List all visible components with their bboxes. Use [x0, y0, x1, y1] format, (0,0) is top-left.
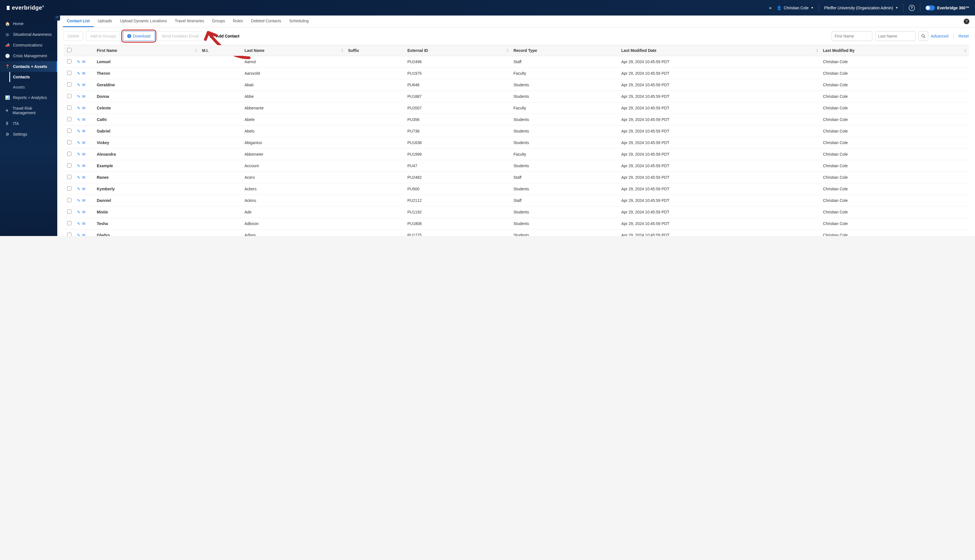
edit-icon[interactable]: ✎ [77, 222, 80, 226]
row-checkbox[interactable] [67, 59, 72, 63]
sidebar-collapse-button[interactable]: « [55, 15, 60, 21]
brand-logo[interactable]: everbridge® [6, 5, 44, 11]
edit-icon[interactable]: ✎ [77, 106, 80, 110]
mail-icon[interactable]: ✉ [82, 106, 85, 110]
row-checkbox[interactable] [67, 163, 72, 167]
row-checkbox[interactable] [67, 82, 72, 87]
cell-first-name[interactable]: Mistie [95, 207, 200, 218]
mail-icon[interactable]: ✉ [82, 175, 85, 180]
row-checkbox[interactable] [67, 221, 72, 225]
column-header-last-name[interactable]: Last Name▲▼ [242, 45, 346, 56]
tab-contact-list[interactable]: Contact List [63, 15, 93, 27]
sidebar-item-communications[interactable]: 📣Communications [0, 40, 57, 50]
sidebar-item-ita[interactable]: 🎚ITA [0, 118, 57, 129]
row-checkbox[interactable] [67, 128, 72, 133]
cell-first-name[interactable]: Gladys [95, 230, 200, 236]
mail-icon[interactable]: ✉ [82, 187, 85, 191]
cell-first-name[interactable]: Ranee [95, 172, 200, 183]
edit-icon[interactable]: ✎ [77, 83, 80, 87]
cell-first-name[interactable]: Vickey [95, 137, 200, 148]
column-header-external-id[interactable]: External ID▲▼ [405, 45, 511, 56]
reset-link[interactable]: Reset [958, 34, 969, 38]
sidebar-item-situational-awareness[interactable]: ◎Situational Awareness [0, 29, 57, 40]
sidebar-item-settings[interactable]: ⚙Settings [0, 129, 57, 140]
edit-icon[interactable]: ✎ [77, 187, 80, 191]
help-icon[interactable]: ? [964, 18, 969, 24]
cell-first-name[interactable]: Geraldine [95, 79, 200, 91]
download-button[interactable]: i Download [123, 31, 155, 41]
edit-icon[interactable]: ✎ [77, 60, 80, 64]
row-checkbox[interactable] [67, 140, 72, 144]
add-to-groups-button[interactable]: Add to Groups [86, 31, 120, 41]
sidebar-subitem-contacts[interactable]: Contacts [9, 72, 57, 82]
mail-icon[interactable]: ✉ [82, 60, 85, 64]
expand-icon[interactable]: » [769, 5, 771, 10]
org-menu[interactable]: Pfeiffer University (Organization Admin)… [824, 6, 898, 10]
mail-icon[interactable]: ✉ [82, 233, 85, 236]
tab-rules[interactable]: Rules [229, 15, 247, 27]
cell-first-name[interactable]: Cathi [95, 114, 200, 125]
row-checkbox[interactable] [67, 71, 72, 75]
sidebar-item-travel-risk-management[interactable]: ✈Travel Risk Management [0, 103, 57, 118]
mail-icon[interactable]: ✉ [82, 210, 85, 214]
cell-first-name[interactable]: Alexandra [95, 148, 200, 160]
column-header-last-modified-by[interactable]: Last Modified By▲▼ [821, 45, 969, 56]
edit-icon[interactable]: ✎ [77, 233, 80, 236]
tab-deleted-contacts[interactable]: Deleted Contacts [247, 15, 285, 27]
add-contact-button[interactable]: + Add Contact [206, 31, 244, 41]
edit-icon[interactable]: ✎ [77, 129, 80, 133]
column-header-last-modified-date[interactable]: Last Modified Date▲▼ [619, 45, 821, 56]
tab-travel-itineraries[interactable]: Travel Itineraries [171, 15, 208, 27]
cell-first-name[interactable]: Danniel [95, 195, 200, 207]
cell-first-name[interactable]: Lemuel [95, 56, 200, 68]
select-all-checkbox[interactable] [67, 48, 72, 52]
mail-icon[interactable]: ✉ [82, 140, 85, 145]
mail-icon[interactable]: ✉ [82, 94, 85, 99]
first-name-search-input[interactable] [832, 31, 872, 41]
tab-uploads[interactable]: Uploads [93, 15, 116, 27]
edit-icon[interactable]: ✎ [77, 152, 80, 157]
search-button[interactable] [918, 31, 928, 41]
cell-first-name[interactable]: Gabriel [95, 125, 200, 137]
cell-first-name[interactable]: Example [95, 160, 200, 172]
edit-icon[interactable]: ✎ [77, 163, 80, 168]
send-invitation-button[interactable]: Send Invitation Email [157, 31, 203, 41]
row-checkbox[interactable] [67, 152, 72, 156]
last-name-search-input[interactable] [875, 31, 916, 41]
edit-icon[interactable]: ✎ [77, 94, 80, 99]
row-checkbox[interactable] [67, 94, 72, 98]
sidebar-item-reports-analytics[interactable]: 📊Reports + Analytics [0, 92, 57, 103]
edit-icon[interactable]: ✎ [77, 210, 80, 214]
tab-upload-dynamic-locations[interactable]: Upload Dynamic Locations [116, 15, 171, 27]
sidebar-subitem-assets[interactable]: Assets [13, 82, 57, 92]
sidebar-item-crisis-management[interactable]: 🕒Crisis Management [0, 50, 57, 61]
mail-icon[interactable]: ✉ [82, 198, 85, 203]
mail-icon[interactable]: ✉ [82, 163, 85, 168]
help-icon[interactable]: ? [909, 5, 915, 11]
row-checkbox[interactable] [67, 198, 72, 202]
row-checkbox[interactable] [67, 105, 72, 110]
cell-first-name[interactable]: Kymberly [95, 183, 200, 195]
mail-icon[interactable]: ✉ [82, 129, 85, 133]
tab-scheduling[interactable]: Scheduling [285, 15, 312, 27]
mail-icon[interactable]: ✉ [82, 117, 85, 122]
column-header-first-name[interactable]: First Name▲▼ [95, 45, 200, 56]
row-checkbox[interactable] [67, 187, 72, 191]
edit-icon[interactable]: ✎ [77, 175, 80, 180]
mail-icon[interactable]: ✉ [82, 222, 85, 226]
user-menu[interactable]: 👤 Christian Cole ▼ [777, 6, 814, 10]
row-checkbox[interactable] [67, 175, 72, 179]
cell-first-name[interactable]: Theron [95, 68, 200, 79]
sidebar-item-contacts-assets[interactable]: 📍Contacts + Assets [0, 61, 57, 72]
mail-icon[interactable]: ✉ [82, 83, 85, 87]
sidebar-item-home[interactable]: 🏠Home [0, 18, 57, 29]
cell-first-name[interactable]: Donna [95, 91, 200, 102]
cell-first-name[interactable]: Tesha [95, 218, 200, 230]
tab-groups[interactable]: Groups [208, 15, 229, 27]
mail-icon[interactable]: ✉ [82, 152, 85, 157]
row-checkbox[interactable] [67, 210, 72, 214]
edit-icon[interactable]: ✎ [77, 71, 80, 75]
edit-icon[interactable]: ✎ [77, 140, 80, 145]
row-checkbox[interactable] [67, 117, 72, 121]
cell-first-name[interactable]: Celeste [95, 102, 200, 114]
